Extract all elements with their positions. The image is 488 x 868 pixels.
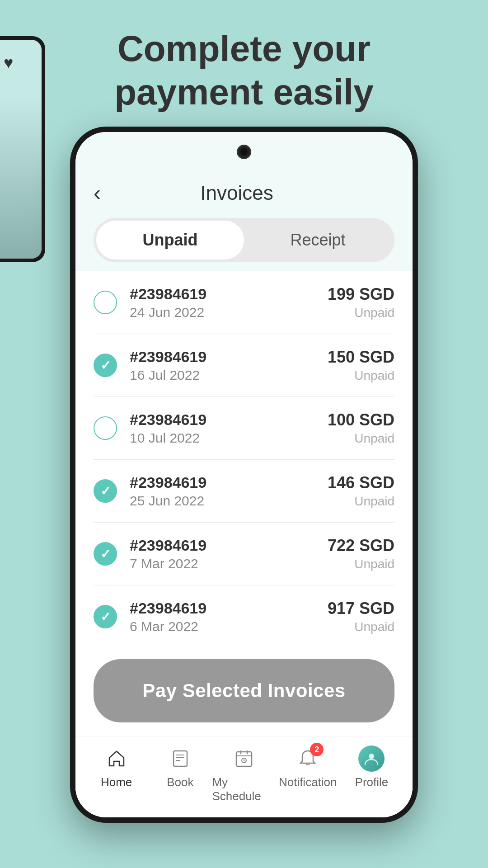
invoice-amount: 150 SGD (328, 348, 394, 367)
invoice-amount-area-3: 100 SGD Unpaid (328, 410, 394, 446)
back-button[interactable]: ‹ (94, 182, 101, 204)
invoice-status: Unpaid (328, 494, 394, 509)
home-icon (103, 745, 130, 772)
invoice-amount: 100 SGD (328, 410, 394, 429)
profile-avatar (358, 745, 385, 772)
invoice-checkbox-6[interactable]: ✓ (94, 605, 117, 628)
invoice-amount-area-2: 150 SGD Unpaid (328, 348, 394, 383)
invoice-list: #23984619 24 Jun 2022 199 SGD Unpaid ✓ #… (75, 271, 413, 648)
phone-screen: ‹ Invoices Unpaid Receipt #23984619 24 J… (75, 132, 413, 817)
app-content: ‹ Invoices Unpaid Receipt #23984619 24 J… (75, 132, 413, 817)
invoice-number: #23984619 (130, 599, 328, 617)
invoice-item: ✓ #23984619 25 Jun 2022 146 SGD Unpaid (94, 460, 394, 523)
invoice-checkbox-3[interactable] (94, 416, 117, 440)
invoice-status: Unpaid (328, 306, 394, 320)
invoice-status: Unpaid (328, 431, 394, 446)
book-icon (167, 745, 193, 772)
notification-icon: 2 (295, 745, 321, 772)
pay-selected-invoices-button[interactable]: Pay Selected Invoices (94, 659, 394, 722)
schedule-icon (231, 745, 257, 772)
invoice-item: #23984619 10 Jul 2022 100 SGD Unpaid (94, 397, 394, 460)
invoice-info-4: #23984619 25 Jun 2022 (130, 474, 328, 509)
invoice-amount: 722 SGD (328, 536, 394, 555)
checkmark-icon: ✓ (100, 609, 111, 624)
invoice-status: Unpaid (328, 620, 394, 634)
camera (237, 145, 251, 159)
invoice-status: Unpaid (328, 557, 394, 571)
invoice-date: 24 Jun 2022 (130, 305, 328, 320)
checkmark-icon: ✓ (100, 484, 111, 499)
invoice-amount-area-6: 917 SGD Unpaid (328, 599, 394, 634)
tab-bar: Unpaid Receipt (94, 218, 394, 262)
invoice-number: #23984619 (130, 474, 328, 491)
svg-line-10 (244, 760, 245, 761)
nav-item-profile[interactable]: Profile (340, 745, 404, 803)
profile-icon (358, 745, 385, 772)
nav-label-schedule: My Schedule (212, 775, 276, 803)
invoice-checkbox-5[interactable]: ✓ (94, 542, 117, 566)
nav-item-schedule[interactable]: My Schedule (212, 745, 276, 803)
pay-button-container: Pay Selected Invoices (75, 648, 413, 736)
invoice-date: 7 Mar 2022 (130, 556, 328, 571)
invoice-number: #23984619 (130, 348, 328, 366)
nav-label-home: Home (101, 775, 132, 789)
invoice-item: ✓ #23984619 7 Mar 2022 722 SGD Unpaid (94, 523, 394, 585)
svg-rect-0 (174, 751, 187, 766)
checkmark-icon: ✓ (100, 358, 111, 373)
page-title: Invoices (101, 182, 373, 204)
phone-frame: ‹ Invoices Unpaid Receipt #23984619 24 J… (70, 127, 418, 823)
tab-receipt[interactable]: Receipt (244, 221, 392, 259)
invoice-amount: 146 SGD (328, 473, 394, 492)
invoice-amount-area-1: 199 SGD Unpaid (328, 285, 394, 320)
nav-label-notification: Notification (279, 775, 337, 789)
invoice-item: ✓ #23984619 16 Jul 2022 150 SGD Unpaid (94, 334, 394, 397)
invoice-number: #23984619 (130, 537, 328, 554)
nav-item-book[interactable]: Book (148, 745, 212, 803)
checkmark-icon: ✓ (100, 547, 111, 561)
nav-label-profile: Profile (355, 775, 389, 789)
invoice-amount-area-4: 146 SGD Unpaid (328, 473, 394, 509)
invoice-item: #23984619 24 Jun 2022 199 SGD Unpaid (94, 271, 394, 334)
invoice-date: 10 Jul 2022 (130, 430, 328, 446)
invoice-info-6: #23984619 6 Mar 2022 (130, 599, 328, 634)
invoice-number: #23984619 (130, 285, 328, 303)
headline: Complete your payment easily (0, 27, 488, 114)
invoice-date: 6 Mar 2022 (130, 619, 328, 634)
nav-label-book: Book (167, 775, 193, 789)
nav-item-notification[interactable]: 2 Notification (276, 745, 340, 803)
invoice-amount: 917 SGD (328, 599, 394, 618)
invoice-info-2: #23984619 16 Jul 2022 (130, 348, 328, 383)
invoice-amount-area-5: 722 SGD Unpaid (328, 536, 394, 571)
invoice-item: ✓ #23984619 6 Mar 2022 917 SGD Unpaid (94, 585, 394, 648)
invoice-amount: 199 SGD (328, 285, 394, 304)
invoice-info-5: #23984619 7 Mar 2022 (130, 537, 328, 571)
nav-item-home[interactable]: Home (84, 745, 148, 803)
invoice-checkbox-2[interactable]: ✓ (94, 354, 117, 377)
invoice-info-3: #23984619 10 Jul 2022 (130, 411, 328, 446)
svg-point-11 (369, 754, 374, 759)
invoice-checkbox-1[interactable] (94, 291, 117, 314)
invoice-info-1: #23984619 24 Jun 2022 (130, 285, 328, 320)
invoice-date: 25 Jun 2022 (130, 493, 328, 509)
invoice-number: #23984619 (130, 411, 328, 429)
app-header: ‹ Invoices (75, 168, 413, 213)
invoice-date: 16 Jul 2022 (130, 368, 328, 383)
notification-badge: 2 (310, 743, 324, 756)
invoice-status: Unpaid (328, 368, 394, 383)
invoice-checkbox-4[interactable]: ✓ (94, 479, 117, 503)
tab-unpaid[interactable]: Unpaid (96, 221, 244, 259)
bottom-navigation: Home Book (75, 736, 413, 817)
